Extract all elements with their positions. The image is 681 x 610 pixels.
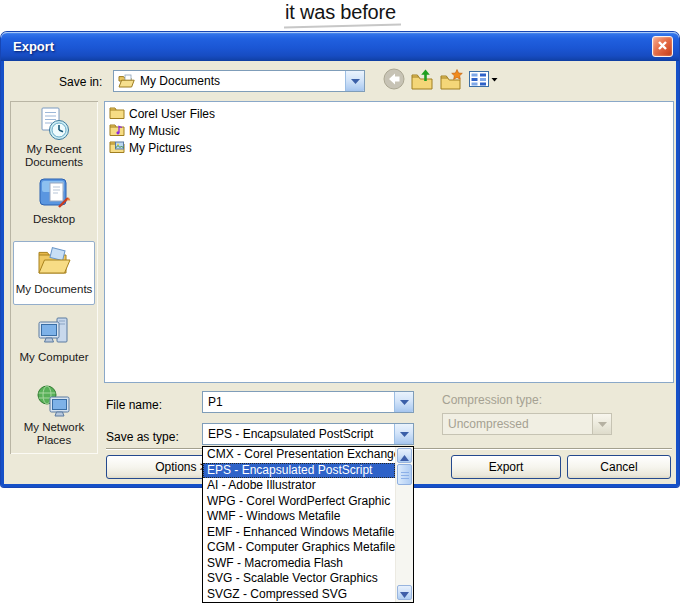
dialog-title: Export: [1, 39, 54, 54]
file-row[interactable]: Corel User Files: [107, 105, 671, 122]
compression-type-label: Compression type:: [442, 393, 542, 407]
pictures-folder-icon: [109, 140, 125, 156]
sidebar-item-my-computer[interactable]: My Computer: [13, 315, 95, 364]
file-list[interactable]: Corel User Files My Music: [104, 101, 674, 383]
compression-type-value: Uncompressed: [443, 417, 592, 431]
file-name: My Pictures: [129, 141, 192, 155]
open-folder-icon: [114, 74, 135, 88]
file-row[interactable]: My Music: [107, 122, 671, 139]
export-dialog: Export Save in: My Documents: [1, 32, 679, 487]
format-option[interactable]: SVG - Scalable Vector Graphics: [203, 571, 395, 587]
save-as-type-combobox[interactable]: EPS - Encapsulated PostScript: [202, 423, 414, 445]
scroll-down-button[interactable]: [397, 585, 412, 600]
back-icon: [383, 68, 405, 94]
format-option[interactable]: WMF - Windows Metafile: [203, 509, 395, 525]
page-title: it was before: [0, 1, 681, 24]
chevron-down-icon[interactable]: [394, 392, 413, 412]
save-in-combobox[interactable]: My Documents: [113, 70, 365, 92]
cancel-button-label: Cancel: [600, 460, 637, 474]
create-new-folder-icon: [440, 69, 463, 94]
file-name-value: P1: [203, 395, 394, 409]
file-name-label: File name:: [106, 398, 162, 412]
chevron-up-icon: [400, 447, 409, 465]
chevron-down-icon: [592, 414, 611, 434]
my-documents-icon: [14, 247, 94, 283]
format-option[interactable]: SWF - Macromedia Flash: [203, 556, 395, 572]
up-one-level-icon: [411, 69, 434, 94]
desktop-icon: [13, 177, 95, 213]
chevron-down-icon: [400, 584, 409, 602]
format-option[interactable]: SVGZ - Compressed SVG: [203, 587, 395, 603]
chevron-down-icon[interactable]: [394, 424, 413, 444]
save-as-type-value: EPS - Encapsulated PostScript: [203, 427, 394, 441]
music-folder-icon: [109, 123, 125, 139]
network-places-icon: [13, 385, 95, 421]
create-new-folder-button[interactable]: [439, 70, 463, 92]
view-menu-icon: [469, 70, 498, 92]
format-option[interactable]: EMF - Enhanced Windows Metafile: [203, 525, 395, 541]
save-in-value: My Documents: [135, 74, 345, 88]
save-as-type-label: Save as type:: [106, 430, 179, 444]
file-name: Corel User Files: [129, 107, 215, 121]
view-menu-button[interactable]: [468, 71, 498, 91]
compression-type-combobox: Uncompressed: [442, 413, 612, 435]
save-in-label: Save in:: [59, 75, 102, 89]
sidebar-item-label: Desktop: [13, 213, 95, 226]
thumb-grip-icon: [401, 466, 409, 484]
export-button[interactable]: Export: [451, 455, 561, 479]
save-as-type-dropdown-list: CMX - Corel Presentation Exchange EPS - …: [202, 446, 414, 603]
format-option[interactable]: WPG - Corel WordPerfect Graphic: [203, 494, 395, 510]
dropdown-scrollbar[interactable]: [395, 447, 413, 602]
file-row[interactable]: My Pictures: [107, 139, 671, 156]
sidebar-item-my-network-places[interactable]: My Network Places: [13, 385, 95, 447]
format-option[interactable]: AI - Adobe Illustrator: [203, 478, 395, 494]
close-icon: [656, 38, 669, 56]
chevron-down-icon[interactable]: [345, 71, 364, 91]
dialog-titlebar[interactable]: Export: [1, 32, 679, 61]
scrollbar-thumb[interactable]: [397, 464, 412, 485]
file-name-combobox[interactable]: P1: [202, 391, 414, 413]
up-one-level-button[interactable]: [410, 70, 434, 92]
my-computer-icon: [13, 315, 95, 351]
file-name: My Music: [129, 124, 180, 138]
format-option[interactable]: CMX - Corel Presentation Exchange: [203, 447, 395, 463]
back-button[interactable]: [383, 70, 405, 92]
sidebar-item-label: My Network Places: [13, 421, 95, 447]
dropdown-items: CMX - Corel Presentation Exchange EPS - …: [203, 447, 395, 602]
format-option[interactable]: CGM - Computer Graphics Metafile: [203, 540, 395, 556]
places-bar: My Recent Documents Desktop: [10, 101, 98, 454]
recent-documents-icon: [13, 107, 95, 143]
sidebar-item-recent-documents[interactable]: My Recent Documents: [13, 107, 95, 169]
sidebar-item-my-documents[interactable]: My Documents: [13, 241, 95, 305]
folder-icon: [109, 106, 125, 122]
sidebar-item-label: My Computer: [13, 351, 95, 364]
dialog-body: Save in: My Documents: [1, 61, 679, 487]
format-option-selected[interactable]: EPS - Encapsulated PostScript: [203, 463, 395, 479]
export-button-label: Export: [489, 460, 524, 474]
options-button-label: Options >: [155, 460, 207, 474]
close-button[interactable]: [652, 36, 673, 57]
sidebar-item-desktop[interactable]: Desktop: [13, 177, 95, 226]
heading-underline: [284, 24, 401, 29]
scroll-up-button[interactable]: [397, 448, 412, 463]
cancel-button[interactable]: Cancel: [567, 455, 671, 479]
sidebar-item-label: My Recent Documents: [13, 143, 95, 169]
sidebar-item-label: My Documents: [14, 283, 94, 296]
